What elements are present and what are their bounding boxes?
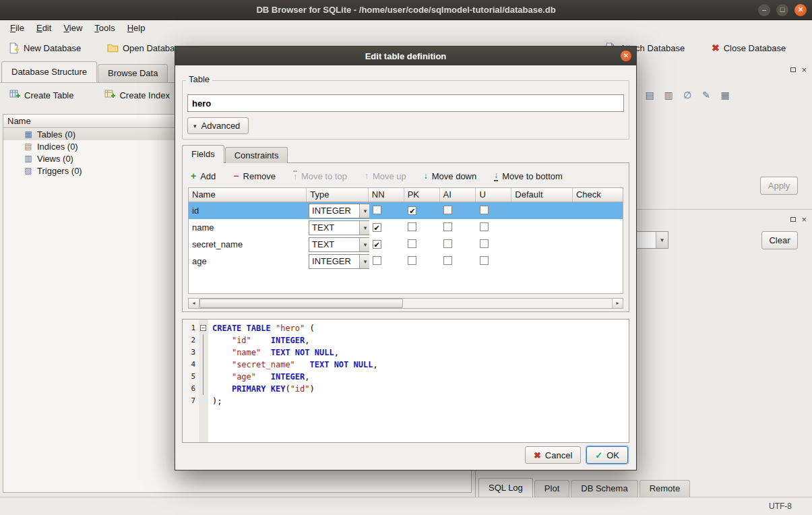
pk-checkbox[interactable] <box>408 222 416 231</box>
dialog-close-button[interactable]: ✕ <box>621 51 631 61</box>
pk-checkbox[interactable]: ✔ <box>408 206 416 215</box>
u-checkbox[interactable] <box>480 206 489 214</box>
undock-icon[interactable] <box>790 217 796 222</box>
fold-margin <box>199 346 208 359</box>
chevron-down-icon: ▾ <box>359 221 369 235</box>
pk-checkbox[interactable] <box>408 256 416 265</box>
nn-checkbox[interactable] <box>373 206 381 214</box>
ai-checkbox[interactable] <box>443 256 452 265</box>
remove-button[interactable]: −Remove <box>233 171 276 181</box>
nn-checkbox[interactable]: ✔ <box>373 240 381 249</box>
close-dock-icon[interactable]: × <box>801 65 807 75</box>
ai-checkbox[interactable] <box>443 222 452 231</box>
chevron-down-icon: ▾ <box>656 232 668 248</box>
apply-button[interactable]: Apply <box>760 177 798 195</box>
table-name-input[interactable] <box>187 94 624 112</box>
column-header-pk[interactable]: PK <box>404 188 440 202</box>
column-header-u[interactable]: U <box>476 188 511 202</box>
line-number: 5 <box>183 371 199 383</box>
type-combo[interactable]: TEXT▾ <box>309 237 369 252</box>
window-titlebar[interactable]: DB Browser for SQLite - /home/user/code/… <box>0 0 812 20</box>
menu-help[interactable]: Help <box>121 22 152 34</box>
dock-tab-plot[interactable]: Plot <box>534 480 569 497</box>
set-null-button[interactable]: ∅ <box>679 88 695 102</box>
move-top-button[interactable]: ↑Move to top <box>293 171 347 181</box>
dialog-body: Table ▾ Advanced Fields Constraints +Add… <box>175 65 636 470</box>
menu-bar: FileEditViewToolsHelp <box>0 20 812 35</box>
type-combo[interactable]: TEXT▾ <box>309 220 369 235</box>
column-header-type[interactable]: Type <box>307 188 369 202</box>
tree-item-label: Tables (0) <box>37 129 75 140</box>
create-table-icon <box>9 89 20 102</box>
move-down-button[interactable]: ↓Move down <box>424 171 476 181</box>
scrollbar-handle[interactable] <box>199 299 403 308</box>
ai-checkbox[interactable] <box>443 206 452 214</box>
field-row-name[interactable]: nameTEXT▾✔ <box>189 219 623 236</box>
edit-table-dialog: Edit table definition ✕ Table ▾ Advanced… <box>175 46 637 471</box>
ok-button[interactable]: ✓ OK <box>586 446 628 464</box>
fold-marker-icon[interactable]: − <box>200 325 206 331</box>
close-database-button[interactable]: ✖ Close Database <box>709 39 788 57</box>
column-header-nn[interactable]: NN <box>369 188 404 202</box>
new-database-button[interactable]: New Database <box>5 39 84 57</box>
field-row-age[interactable]: ageINTEGER▾ <box>189 253 623 270</box>
dock-tab-db-schema[interactable]: DB Schema <box>571 480 637 497</box>
column-header-name[interactable]: Name <box>189 188 307 202</box>
print-button[interactable]: ▦ <box>717 88 733 102</box>
clear-button[interactable]: Clear <box>761 231 798 249</box>
sql-preview[interactable]: 1−CREATE TABLE "hero" (2 "id" INTEGER,3 … <box>182 319 629 443</box>
column-header-check[interactable]: Check <box>573 188 623 202</box>
scroll-left-icon[interactable]: ◂ <box>189 299 199 308</box>
edit-cell-toolbar: ▤▥∅✎▦ <box>642 88 733 102</box>
line-number: 3 <box>183 346 199 359</box>
tab-constraints[interactable]: Constraints <box>225 147 288 163</box>
cancel-button[interactable]: ✖ Cancel <box>525 446 581 464</box>
dock-tab-remote[interactable]: Remote <box>639 480 691 497</box>
u-checkbox[interactable] <box>480 239 489 248</box>
minimize-button[interactable]: – <box>758 4 770 16</box>
move-up-button[interactable]: ↑Move up <box>365 171 406 181</box>
button-label: Move to bottom <box>502 171 563 181</box>
field-row-secret_name[interactable]: secret_nameTEXT▾✔ <box>189 236 623 253</box>
maximize-button[interactable]: □ <box>776 4 788 16</box>
u-checkbox[interactable] <box>480 256 489 265</box>
create-index-button[interactable]: Create Index <box>104 89 169 102</box>
create-index-icon <box>104 89 115 102</box>
pk-checkbox[interactable] <box>408 239 416 248</box>
ai-checkbox[interactable] <box>443 239 452 248</box>
menu-view[interactable]: View <box>57 22 88 34</box>
create-table-button[interactable]: Create Table <box>9 89 73 102</box>
close-dock-icon[interactable]: × <box>801 214 807 224</box>
tab-database-structure[interactable]: Database Structure <box>1 61 97 82</box>
advanced-button[interactable]: ▾ Advanced <box>187 117 249 134</box>
dialog-titlebar[interactable]: Edit table definition ✕ <box>175 47 636 65</box>
import-button[interactable]: ▤ <box>642 88 658 102</box>
close-window-button[interactable]: ✕ <box>794 4 807 16</box>
tab-fields[interactable]: Fields <box>182 145 224 163</box>
tab-browse-data[interactable]: Browse Data <box>98 64 168 82</box>
menu-file[interactable]: File <box>4 22 30 34</box>
scroll-right-icon[interactable]: ▸ <box>612 299 623 308</box>
fields-frame: +Add−Remove↑Move to top↑Move up↓Move dow… <box>182 162 629 312</box>
add-button[interactable]: +Add <box>191 171 216 181</box>
undock-icon[interactable] <box>790 67 796 72</box>
column-header-ai[interactable]: AI <box>440 188 476 202</box>
menu-tools[interactable]: Tools <box>88 22 121 34</box>
column-header-default[interactable]: Default <box>511 188 573 202</box>
type-combo[interactable]: INTEGER▾ <box>309 254 369 269</box>
chevron-down-icon: ▾ <box>193 123 197 129</box>
nn-checkbox[interactable]: ✔ <box>373 223 381 232</box>
dock-tab-sql-log[interactable]: SQL Log <box>478 478 533 497</box>
fields-hscrollbar[interactable]: ◂ ▸ <box>188 298 623 309</box>
edit-button[interactable]: ✎ <box>698 88 714 102</box>
nn-checkbox[interactable] <box>373 256 381 265</box>
type-combo[interactable]: INTEGER▾ <box>309 204 369 218</box>
move-bottom-button[interactable]: ↓Move to bottom <box>494 171 563 181</box>
field-row-id[interactable]: idINTEGER▾✔ <box>189 202 623 219</box>
u-checkbox[interactable] <box>480 222 489 231</box>
type-value: TEXT <box>309 238 359 251</box>
fields-table: NameTypeNNPKAIUDefaultCheck idINTEGER▾✔n… <box>188 187 623 294</box>
menu-edit[interactable]: Edit <box>30 22 57 34</box>
export-button[interactable]: ▥ <box>660 88 677 102</box>
remove-icon: − <box>233 171 239 181</box>
